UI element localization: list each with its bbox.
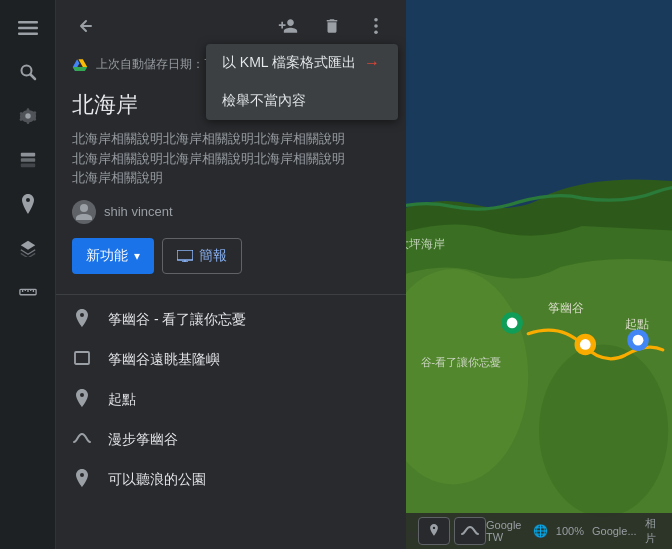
svg-point-16 <box>374 24 378 28</box>
new-feature-button[interactable]: 新功能 ▾ <box>72 238 154 274</box>
toolbar: 以 KML 檔案格式匯出 → 檢舉不當內容 <box>56 0 406 52</box>
svg-rect-19 <box>177 250 193 260</box>
chevron-down-icon: ▾ <box>134 249 140 263</box>
svg-rect-6 <box>20 153 34 157</box>
svg-point-31 <box>633 335 644 346</box>
dropdown-menu: 以 KML 檔案格式匯出 → 檢舉不當內容 <box>206 44 398 120</box>
new-feature-label: 新功能 <box>86 247 128 265</box>
action-buttons: 新功能 ▾ 簡報 <box>72 238 390 274</box>
pin-action-button[interactable] <box>418 517 450 545</box>
export-kml-label: 以 KML 檔案格式匯出 <box>222 54 356 72</box>
report-content-item[interactable]: 檢舉不當內容 <box>206 82 398 120</box>
path-action-button[interactable] <box>454 517 486 545</box>
list-item[interactable]: 筝幽谷遠眺基隆嶼 <box>56 341 406 379</box>
settings-icon[interactable] <box>8 96 48 136</box>
google-tw-label: Google TW <box>486 519 525 543</box>
list-item-label: 可以聽浪的公園 <box>108 471 206 489</box>
divider <box>56 294 406 295</box>
map-bottom-actions <box>418 517 486 545</box>
export-kml-item[interactable]: 以 KML 檔案格式匯出 → <box>206 44 398 82</box>
svg-line-4 <box>30 75 35 80</box>
avatar <box>72 200 96 224</box>
svg-point-25 <box>539 344 668 516</box>
svg-rect-2 <box>18 33 38 36</box>
location-pin-icon <box>72 469 92 491</box>
photos-label: 相片 <box>645 516 660 546</box>
map-area: 大坪海岸 筝幽谷 起點 谷-看了讓你忘憂 © 2025 Google <box>406 0 672 549</box>
svg-rect-1 <box>18 27 38 30</box>
svg-rect-22 <box>75 352 89 364</box>
list-item[interactable]: 漫步筝幽谷 <box>56 421 406 459</box>
list-item-label: 起點 <box>108 391 136 409</box>
search-icon[interactable] <box>8 52 48 92</box>
ruler-icon[interactable] <box>8 272 48 312</box>
description-text: 北海岸相關說明北海岸相關說明北海岸相關說明 北海岸相關說明北海岸相關說明北海岸相… <box>72 129 390 188</box>
globe-icon: 🌐 <box>533 524 548 538</box>
svg-point-29 <box>580 339 591 350</box>
user-name: shih vincent <box>104 204 173 219</box>
svg-text:谷-看了讓你忘憂: 谷-看了讓你忘憂 <box>421 356 502 368</box>
stack-layers-icon[interactable] <box>8 228 48 268</box>
present-button[interactable]: 簡報 <box>162 238 242 274</box>
svg-text:筝幽谷: 筝幽谷 <box>548 301 584 315</box>
svg-rect-7 <box>20 158 34 162</box>
svg-rect-0 <box>18 21 38 24</box>
user-row: shih vincent <box>72 200 390 224</box>
map-background: 大坪海岸 筝幽谷 起點 谷-看了讓你忘憂 © 2025 Google <box>406 0 672 549</box>
list-item-label: 筝幽谷遠眺基隆嶼 <box>108 351 220 369</box>
rectangle-icon <box>72 351 92 369</box>
svg-text:大坪海岸: 大坪海岸 <box>406 237 445 251</box>
list-item[interactable]: 起點 <box>56 379 406 421</box>
location-pin-icon <box>72 389 92 411</box>
svg-point-27 <box>507 318 518 329</box>
add-person-button[interactable] <box>270 8 306 44</box>
list-item[interactable]: 筝幽谷 - 看了讓你忘憂 <box>56 299 406 341</box>
list-item[interactable]: 可以聽浪的公園 <box>56 459 406 501</box>
report-content-label: 檢舉不當內容 <box>222 92 306 110</box>
layers-icon[interactable] <box>8 140 48 180</box>
app-container: 以 KML 檔案格式匯出 → 檢舉不當內容 上次自動儲存日期：7 分鐘前 北海岸 <box>0 0 672 549</box>
map-bottom-bar: Google TW 🌐 100% Google... 相片 <box>406 513 672 549</box>
location-pin-icon[interactable] <box>8 184 48 224</box>
place-title: 北海岸 <box>72 90 138 120</box>
icon-sidebar <box>0 0 56 549</box>
svg-text:起點: 起點 <box>625 317 649 331</box>
map-info-row: Google TW 🌐 100% Google... 相片 <box>486 516 660 546</box>
path-icon <box>72 431 92 449</box>
delete-button[interactable] <box>314 8 350 44</box>
menu-icon[interactable] <box>8 8 48 48</box>
svg-point-17 <box>374 31 378 35</box>
present-icon <box>177 250 193 262</box>
more-options-button[interactable] <box>358 8 394 44</box>
svg-point-15 <box>374 18 378 22</box>
present-label: 簡報 <box>199 247 227 265</box>
back-button[interactable] <box>68 8 104 44</box>
list-area: 筝幽谷 - 看了讓你忘憂 筝幽谷遠眺基隆嶼 起點 <box>56 299 406 550</box>
location-pin-icon <box>72 309 92 331</box>
list-item-label: 筝幽谷 - 看了讓你忘憂 <box>108 311 246 329</box>
svg-point-18 <box>80 204 88 212</box>
svg-rect-8 <box>20 164 34 168</box>
zoom-level: 100% <box>556 525 584 537</box>
main-panel: 以 KML 檔案格式匯出 → 檢舉不當內容 上次自動儲存日期：7 分鐘前 北海岸 <box>56 0 406 549</box>
list-item-label: 漫步筝幽谷 <box>108 431 178 449</box>
google-maps-label: Google... <box>592 525 637 537</box>
arrow-icon: → <box>364 54 382 72</box>
